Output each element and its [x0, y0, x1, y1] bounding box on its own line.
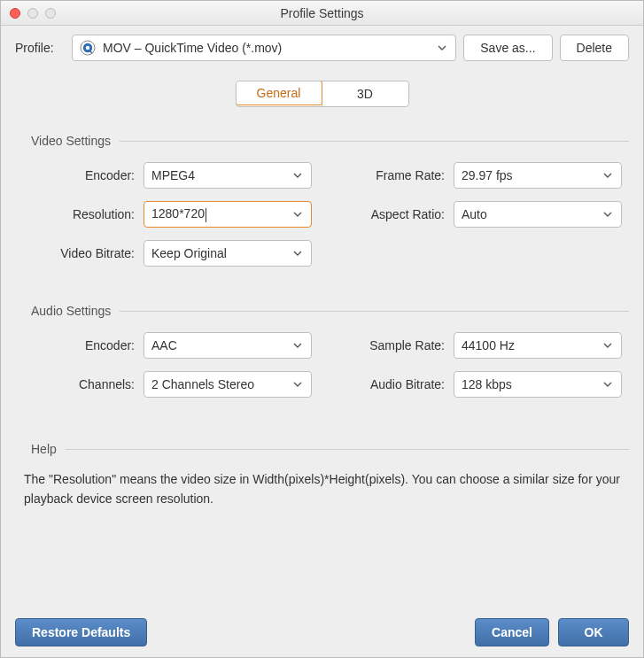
sample-rate-label: Sample Rate:: [347, 338, 454, 352]
delete-label: Delete: [577, 41, 612, 55]
chevron-down-icon: [291, 378, 304, 391]
tab-general[interactable]: General: [236, 81, 322, 105]
content-area: Profile: MOV – QuickTime Video (*.mov) S…: [1, 26, 643, 657]
audio-encoder-value: AAC: [151, 338, 286, 352]
video-settings-header: Video Settings: [15, 134, 629, 148]
svg-point-2: [86, 46, 89, 50]
frame-rate-select[interactable]: 29.97 fps: [454, 162, 622, 189]
aspect-ratio-select[interactable]: Auto: [454, 201, 622, 228]
audio-encoder-label: Encoder:: [15, 338, 144, 352]
restore-defaults-label: Restore Defaults: [32, 625, 130, 639]
channels-label: Channels:: [15, 377, 144, 391]
frame-rate-label: Frame Rate:: [347, 168, 454, 182]
video-settings-title: Video Settings: [15, 134, 111, 148]
cancel-label: Cancel: [492, 625, 532, 639]
help-text: The "Resolution" means the video size in…: [15, 470, 629, 508]
cancel-button[interactable]: Cancel: [475, 618, 549, 646]
chevron-down-icon: [601, 339, 614, 352]
tab-row: General 3D: [15, 81, 629, 107]
ok-button[interactable]: OK: [558, 618, 629, 646]
aspect-ratio-value: Auto: [462, 207, 596, 221]
video-bitrate-select[interactable]: Keep Original: [144, 240, 312, 267]
audio-bitrate-value: 128 kbps: [462, 377, 596, 391]
video-encoder-label: Encoder:: [15, 168, 144, 182]
audio-settings-header: Audio Settings: [15, 304, 629, 318]
video-bitrate-value: Keep Original: [151, 246, 286, 260]
text-cursor: [206, 208, 206, 222]
titlebar: Profile Settings: [1, 1, 643, 26]
chevron-down-icon: [601, 378, 614, 391]
divider: [120, 311, 629, 312]
divider: [120, 141, 629, 142]
help-header: Help: [15, 442, 629, 456]
profile-select-value: MOV – QuickTime Video (*.mov): [103, 41, 429, 55]
restore-defaults-button[interactable]: Restore Defaults: [15, 618, 147, 646]
profile-select[interactable]: MOV – QuickTime Video (*.mov): [72, 35, 456, 61]
delete-button[interactable]: Delete: [560, 35, 629, 61]
ok-label: OK: [585, 625, 603, 639]
tabs: General 3D: [236, 81, 409, 107]
video-settings-section: Video Settings Encoder: MPEG4 Frame Rate…: [15, 134, 629, 267]
save-as-button[interactable]: Save as...: [463, 35, 552, 61]
quicktime-icon: [80, 40, 96, 56]
chevron-down-icon: [291, 169, 304, 182]
sample-rate-value: 44100 Hz: [462, 338, 596, 352]
video-encoder-select[interactable]: MPEG4: [144, 162, 312, 189]
tab-3d-label: 3D: [357, 87, 373, 101]
help-section: Help The "Resolution" means the video si…: [15, 442, 629, 508]
frame-rate-value: 29.97 fps: [462, 168, 596, 182]
sample-rate-select[interactable]: 44100 Hz: [454, 332, 622, 359]
profile-settings-window: Profile Settings Profile: MOV – QuickTim…: [0, 0, 644, 658]
audio-settings-section: Audio Settings Encoder: AAC Sample Rate:…: [15, 304, 629, 398]
chevron-down-icon: [436, 42, 448, 54]
channels-value: 2 Channels Stereo: [151, 377, 286, 391]
profile-row: Profile: MOV – QuickTime Video (*.mov) S…: [15, 35, 629, 61]
footer: Restore Defaults Cancel OK: [15, 606, 629, 646]
window-title: Profile Settings: [1, 6, 643, 20]
audio-settings-title: Audio Settings: [15, 304, 111, 318]
video-fields: Encoder: MPEG4 Frame Rate: 29.97 fps Res…: [15, 162, 629, 267]
channels-select[interactable]: 2 Channels Stereo: [144, 371, 312, 398]
help-title: Help: [15, 442, 57, 456]
chevron-down-icon: [291, 208, 304, 221]
profile-label: Profile:: [15, 41, 65, 55]
aspect-ratio-label: Aspect Ratio:: [347, 207, 454, 221]
resolution-select[interactable]: 1280*720: [144, 201, 312, 228]
video-encoder-value: MPEG4: [151, 168, 286, 182]
tab-3d[interactable]: 3D: [322, 81, 408, 106]
chevron-down-icon: [291, 247, 304, 259]
video-bitrate-label: Video Bitrate:: [15, 246, 144, 260]
chevron-down-icon: [601, 169, 614, 182]
resolution-value: 1280*720: [151, 206, 286, 221]
audio-encoder-select[interactable]: AAC: [144, 332, 312, 359]
chevron-down-icon: [601, 208, 614, 221]
tab-general-label: General: [257, 86, 301, 100]
divider: [66, 449, 629, 450]
resolution-label: Resolution:: [15, 207, 144, 221]
save-as-label: Save as...: [480, 41, 535, 55]
audio-fields: Encoder: AAC Sample Rate: 44100 Hz Chann…: [15, 332, 629, 398]
chevron-down-icon: [291, 339, 304, 352]
audio-bitrate-label: Audio Bitrate:: [347, 377, 454, 391]
audio-bitrate-select[interactable]: 128 kbps: [454, 371, 622, 398]
